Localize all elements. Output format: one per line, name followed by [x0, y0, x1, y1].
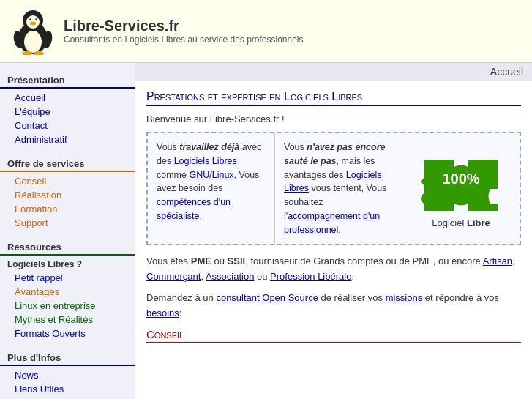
puzzle-area: 100% Logiciel Libre: [402, 133, 520, 244]
link-association[interactable]: Association: [206, 271, 254, 282]
body-paragraph-2: Demandez à un consultant Open Source de …: [146, 291, 521, 321]
col2-text4: .: [338, 225, 340, 235]
content-body: Prestations et expertise en Logiciels Li…: [135, 81, 532, 351]
sidebar-item-contact[interactable]: Contact: [0, 119, 135, 133]
welcome-text: Bienvenue sur Libre-Services.fr !: [146, 113, 521, 124]
info-box: Vous travaillez déjà avec des Logiciels …: [146, 132, 521, 245]
info-col-1: Vous travaillez déjà avec des Logiciels …: [148, 133, 275, 244]
link-artisan[interactable]: Artisan: [483, 256, 512, 266]
col1-em: travaillez déjà: [179, 142, 239, 152]
sidebar-item-accueil[interactable]: Accueil: [0, 91, 135, 105]
link-commercant[interactable]: Commerçant: [146, 271, 201, 282]
link-missions[interactable]: missions: [386, 292, 423, 303]
sidebar-item-conseil[interactable]: Conseil: [0, 174, 135, 188]
breadcrumb-accueil: Accueil: [490, 66, 523, 78]
col1-text1: Vous: [157, 142, 179, 152]
sidebar-section-plus-infos: Plus d'Infos: [0, 346, 135, 366]
site-info: Libre-Services.fr Consultants en Logicie…: [64, 18, 304, 45]
sidebar-item-news[interactable]: News: [0, 368, 135, 382]
svg-point-6: [29, 18, 31, 20]
link-profession-liberale[interactable]: Profession Libérale: [270, 271, 351, 282]
sidebar-item-formation[interactable]: Formation: [0, 202, 135, 216]
sidebar-section-ressources: Ressources: [0, 236, 135, 256]
svg-point-1: [24, 31, 42, 53]
puzzle-svg: 100%: [413, 149, 509, 215]
tux-logo: [11, 7, 55, 55]
pme-text: PME: [191, 256, 211, 266]
sidebar-item-equipe[interactable]: L'équipe: [0, 105, 135, 119]
info-col-2: Vous n'avez pas encore sauté le pas, mai…: [275, 133, 402, 244]
site-tagline: Consultants en Logiciels Libres au servi…: [64, 34, 304, 45]
sidebar-item-liens-utiles[interactable]: Liens Utiles: [0, 382, 135, 396]
sidebar-item-realisation[interactable]: Réalisation: [0, 188, 135, 202]
col1-text3: comme: [157, 170, 189, 180]
sidebar-logiciels-libres-label: Logiciels Libres ?: [0, 258, 135, 271]
sidebar-item-support[interactable]: Support: [0, 216, 135, 230]
sidebar: Présentation Accueil L'équipe Contact Ad…: [0, 63, 135, 399]
link-consultant-open-source[interactable]: consultant Open Source: [216, 292, 318, 303]
col1-link-logiciels-libres[interactable]: Logiciels Libres: [174, 156, 237, 166]
svg-text:100%: 100%: [442, 171, 479, 187]
section-conseil-title: Conseil: [146, 328, 521, 343]
logo-area: Libre-Services.fr Consultants en Logicie…: [11, 7, 304, 55]
svg-point-7: [35, 18, 37, 20]
ssii-text: SSII: [228, 256, 246, 266]
sidebar-item-avantages[interactable]: Avantages: [0, 285, 135, 299]
site-title: Libre-Services.fr: [64, 18, 304, 34]
content-header-bar: Accueil: [135, 63, 532, 81]
col2-em: n'avez pas encore sauté le pas: [284, 142, 385, 166]
sidebar-item-petit-rappel[interactable]: Petit rappel: [0, 271, 135, 285]
sidebar-item-formats[interactable]: Formats Ouverts: [0, 327, 135, 340]
sidebar-item-linux-entreprise[interactable]: Linux en entreprise: [0, 299, 135, 313]
body-paragraph-1: Vous êtes PME ou SSII, fournisseur de Gr…: [146, 254, 521, 285]
header: Libre-Services.fr Consultants en Logicie…: [0, 0, 532, 63]
link-besoins[interactable]: besoins: [146, 307, 179, 318]
page-main-title: Prestations et expertise en Logiciels Li…: [146, 90, 521, 106]
col2-link-accompagnement[interactable]: accompagnement d'un professionnel: [284, 211, 380, 235]
sidebar-section-offre: Offre de services: [0, 152, 135, 172]
col1-link-competences[interactable]: compétences d'un spécialiste: [157, 197, 231, 221]
sidebar-item-administratif[interactable]: Administratif: [0, 133, 135, 146]
sidebar-item-mythes[interactable]: Mythes et Réalités: [0, 313, 135, 327]
col1-text5: .: [199, 211, 201, 221]
puzzle-label: Logiciel Libre: [432, 217, 490, 228]
col1-link-gnu-linux[interactable]: GNU/Linux: [189, 170, 233, 180]
sidebar-section-presentation: Présentation: [0, 69, 135, 89]
svg-point-8: [30, 22, 36, 26]
content-area: Accueil Prestations et expertise en Logi…: [135, 63, 532, 399]
main-layout: Présentation Accueil L'équipe Contact Ad…: [0, 63, 532, 399]
